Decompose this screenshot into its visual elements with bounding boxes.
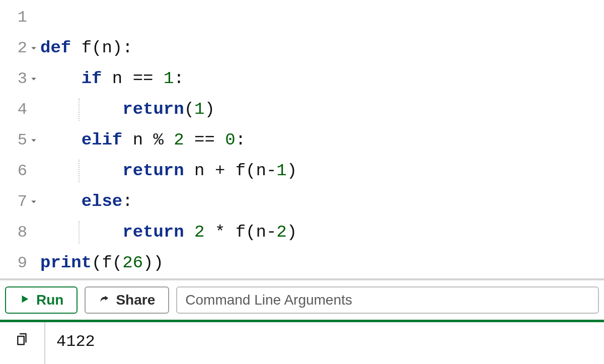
gutter: 5	[0, 125, 40, 156]
code-content[interactable]: elif n % 2 == 0:	[40, 125, 604, 156]
output-sidebar	[0, 322, 45, 364]
run-button-label: Run	[36, 292, 63, 308]
code-editor[interactable]: 12def f(n):3 if n == 1:4 return(1)5 elif…	[0, 0, 604, 279]
share-icon	[99, 292, 110, 308]
code-line[interactable]: 6 return n + f(n-1)	[0, 156, 604, 186]
line-number: 7	[18, 186, 27, 217]
code-content[interactable]: if n == 1:	[40, 63, 604, 94]
gutter: 3	[0, 63, 40, 94]
line-number: 6	[18, 156, 27, 186]
line-number: 5	[18, 125, 27, 156]
line-number: 3	[18, 63, 27, 94]
code-line[interactable]: 8 return 2 * f(n-2)	[0, 217, 604, 248]
code-line[interactable]: 2def f(n):	[0, 33, 604, 63]
gutter: 7	[0, 186, 40, 217]
gutter: 2	[0, 33, 40, 63]
gutter: 9	[0, 248, 40, 278]
code-line[interactable]: 1	[0, 2, 604, 33]
gutter: 8	[0, 217, 40, 248]
copy-icon[interactable]	[15, 331, 30, 348]
code-line[interactable]: 4 return(1)	[0, 94, 604, 125]
chevron-down-icon[interactable]	[30, 137, 37, 143]
line-number: 1	[18, 2, 27, 33]
run-button[interactable]: Run	[5, 286, 78, 314]
play-icon	[19, 292, 30, 308]
line-number: 9	[18, 248, 27, 278]
code-content[interactable]: return n + f(n-1)	[40, 156, 604, 186]
toolbar: Run Share	[0, 279, 604, 322]
indent-guide	[79, 221, 80, 244]
line-number: 8	[18, 217, 27, 248]
share-button-label: Share	[116, 292, 155, 308]
code-line[interactable]: 7 else:	[0, 186, 604, 217]
gutter: 6	[0, 156, 40, 186]
chevron-down-icon[interactable]	[30, 45, 37, 51]
output-panel: 4122	[0, 322, 604, 364]
code-content[interactable]: return 2 * f(n-2)	[40, 217, 604, 248]
indent-guide	[79, 98, 80, 121]
code-line[interactable]: 9print(f(26))	[0, 248, 604, 278]
code-content[interactable]: return(1)	[40, 94, 604, 125]
share-button[interactable]: Share	[85, 286, 169, 314]
indent-guide	[79, 160, 80, 182]
code-content[interactable]: def f(n):	[40, 33, 604, 63]
code-content[interactable]: else:	[40, 186, 604, 217]
code-line[interactable]: 3 if n == 1:	[0, 63, 604, 94]
line-number: 4	[18, 94, 27, 125]
code-content[interactable]: print(f(26))	[40, 248, 604, 278]
gutter: 1	[0, 2, 40, 33]
cli-args-input[interactable]	[176, 286, 599, 314]
chevron-down-icon[interactable]	[30, 199, 37, 205]
code-line[interactable]: 5 elif n % 2 == 0:	[0, 125, 604, 156]
line-number: 2	[18, 33, 27, 63]
output-text: 4122	[45, 322, 604, 364]
gutter: 4	[0, 94, 40, 125]
chevron-down-icon[interactable]	[30, 76, 37, 82]
